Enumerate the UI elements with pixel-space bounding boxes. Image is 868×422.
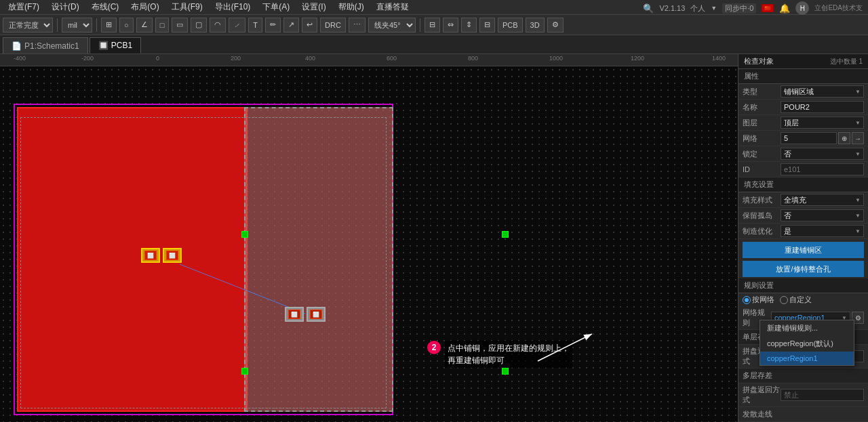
fanout-row: 发散走线 (738, 407, 868, 422)
drc-btn[interactable]: DRC (320, 18, 346, 33)
radio-custom-label: 自定义 (789, 295, 812, 305)
user-label[interactable]: 个人 (690, 3, 705, 14)
component-group-1: ⬜ ⬜ (141, 248, 182, 263)
radio-custom-dot (780, 296, 788, 304)
prop-lock-text: 否 (784, 149, 791, 159)
divider3 (420, 18, 420, 32)
pcb-work-area[interactable]: ⬜ ⬜ ⬜ ⬜ 2 (0, 66, 738, 422)
more-tool[interactable]: ⋯ (349, 18, 366, 33)
pad-1a[interactable]: ⬜ (141, 248, 160, 263)
stitch-hole-btn[interactable]: 放置/修特整合孔 (743, 261, 864, 277)
circle-tool[interactable]: ○ (119, 18, 134, 33)
dropdown-item-default[interactable]: copperRegion(默认) (760, 336, 854, 352)
menu-item-order[interactable]: 下单(A) (257, 0, 295, 14)
undo-btn[interactable]: ↩ (302, 18, 317, 33)
pcb-btn[interactable]: PCB (498, 18, 523, 33)
corner-handle-tl[interactable] (241, 231, 248, 238)
mirror-x-btn[interactable]: ⇔ (443, 18, 458, 33)
round-rect-tool[interactable]: ▢ (191, 18, 207, 33)
keep-island-label: 保留孤岛 (743, 211, 781, 221)
menubar: 放置(F7) 设计(D) 布线(C) 布局(O) 工具(F9) 导出(F10) … (0, 0, 868, 15)
divider1 (57, 18, 58, 32)
menu-item-design[interactable]: 设计(D) (46, 0, 85, 14)
net-rule-dropdown: 新建铺铜规则... copperRegion(默认) copperRegion1 (760, 320, 854, 366)
align-h-btn[interactable]: ⊟ (479, 18, 495, 33)
grid-btn[interactable]: ⊞ (101, 18, 117, 33)
prop-type-value[interactable]: 铺铜区域 (781, 85, 864, 98)
menu-item-route[interactable]: 布线(C) (86, 0, 125, 14)
angle-select[interactable]: 线夹45° (368, 18, 416, 33)
copper-fill-pink-right[interactable] (244, 107, 393, 412)
tab-pcb[interactable]: 🔲 PCB1 (90, 37, 141, 54)
unit-select[interactable]: mil (62, 18, 92, 33)
menu-item-tools[interactable]: 工具(F9) (166, 0, 208, 14)
pen-tool[interactable]: ✏ (265, 18, 281, 33)
section-properties: 属性 (738, 69, 868, 84)
prop-layer-row: 图层 顶层 (738, 115, 868, 131)
rebuild-copper-btn[interactable]: 重建铺铜区 (743, 242, 864, 258)
toolbar: 正常完度 mil ⊞ ○ ∠ □ ▭ ▢ ◠ ⟋ T ✏ ↗ ↩ DRC ⋯ 线… (0, 15, 868, 35)
net-arrow-btn[interactable]: → (852, 132, 864, 144)
arrow-tool[interactable]: ↗ (283, 18, 299, 33)
rect-split-tool[interactable]: ▭ (172, 18, 188, 33)
radio-custom[interactable]: 自定义 (780, 295, 812, 305)
top-right-area: 🔍 V2.1.13 个人 ▼ 同步中·0 🇨🇳 🔔 H 立创EDA技术支 (637, 0, 868, 16)
rect-tool[interactable]: □ (155, 18, 170, 33)
menu-item-settings[interactable]: 设置(I) (296, 0, 331, 14)
mfg-optimize-value[interactable]: 是 (781, 225, 864, 237)
radio-by-net[interactable]: 按网络 (743, 295, 774, 305)
prop-lock-label: 锁定 (743, 149, 781, 159)
mirror-y-btn[interactable]: ⇕ (461, 18, 477, 33)
fill-style-row: 填充样式 全填充 (738, 192, 868, 208)
selected-count: 选中数量 1 (830, 57, 863, 66)
menu-item-livestream[interactable]: 直播答疑 (371, 0, 414, 14)
flag-icon: 🇨🇳 (762, 4, 774, 12)
annotation-arrow-svg (524, 327, 606, 368)
settings-icon-btn[interactable]: ⚙ (547, 18, 564, 33)
prop-name-text: POUR2 (784, 103, 810, 111)
fill-style-value[interactable]: 全填充 (781, 194, 864, 206)
pad-2b[interactable]: ⬜ (307, 307, 326, 322)
pad-2a[interactable]: ⬜ (285, 307, 304, 322)
corner-handle-tr[interactable] (502, 231, 509, 238)
prop-net-value[interactable]: 5 (781, 132, 837, 144)
bell-icon[interactable]: 🔔 (779, 3, 790, 14)
app-name-label: 立创EDA技术支 (814, 3, 863, 13)
copper-fill-red-main[interactable] (17, 107, 248, 412)
menu-item-export[interactable]: 导出(F10) (210, 0, 256, 14)
prop-id-label: ID (743, 165, 781, 173)
menu-item-help[interactable]: 帮助(J) (333, 0, 370, 14)
menu-item-place[interactable]: 放置(F7) (3, 0, 45, 14)
prop-name-value[interactable]: POUR2 (781, 101, 864, 113)
arc-tool[interactable]: ◠ (210, 18, 226, 33)
user-avatar[interactable]: H (795, 1, 809, 15)
divider2 (96, 18, 97, 32)
prop-layer-value[interactable]: 顶层 (781, 117, 864, 129)
zoom-select[interactable]: 正常完度 (3, 18, 53, 33)
prop-lock-value[interactable]: 否 (781, 148, 864, 160)
ruler-horizontal: -400 -200 0 200 400 600 800 1000 1200 14… (0, 54, 738, 66)
dropdown-item-new[interactable]: 新建铺铜规则... (760, 320, 854, 336)
pcb-icon: 🔲 (98, 41, 108, 50)
section-fill: 填充设置 (738, 177, 868, 192)
keep-island-value[interactable]: 否 (781, 209, 864, 221)
corner-handle-br[interactable] (502, 368, 509, 375)
fanout-label: 发散走线 (743, 409, 781, 419)
menu-item-layout[interactable]: 布局(O) (125, 0, 164, 14)
dropdown-item-region1[interactable]: copperRegion1 (760, 352, 854, 365)
prop-lock-row: 锁定 否 (738, 146, 868, 162)
3d-btn[interactable]: 3D (526, 18, 545, 33)
angle-tool[interactable]: ∠ (136, 18, 153, 33)
search-icon[interactable]: 🔍 (643, 3, 654, 14)
pad-1b[interactable]: ⬜ (163, 248, 182, 263)
corner-handle-bl[interactable] (241, 368, 248, 375)
tab-schematic[interactable]: 📄 P1:Schematic1 (3, 37, 88, 54)
ruler-tick-neg400: -400 (14, 55, 26, 62)
mfg-optimize-text: 是 (784, 226, 791, 236)
net-edit-btn[interactable]: ⊕ (838, 132, 850, 144)
pcb-canvas[interactable]: -400 -200 0 200 400 600 800 1000 1200 14… (0, 54, 738, 422)
text-tool[interactable]: T (248, 18, 262, 33)
prop-id-row: ID e101 (738, 162, 868, 177)
line-tool[interactable]: ⟋ (229, 18, 245, 33)
grid-btn2[interactable]: ⊟ (425, 18, 440, 33)
